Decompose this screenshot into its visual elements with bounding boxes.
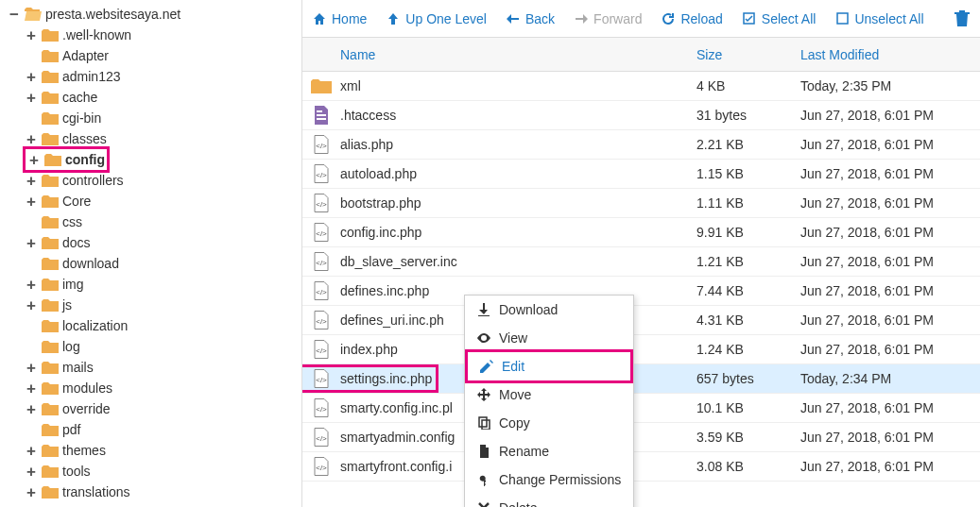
tree-item-tools[interactable]: +tools [17, 461, 301, 482]
tree-item-docs[interactable]: +docs [17, 232, 301, 253]
reload-button[interactable]: Reload [661, 11, 722, 26]
svg-text:</>: </> [316, 376, 327, 384]
file-modified: Today, 2:34 PM [800, 371, 980, 386]
folder-open-icon [25, 8, 42, 21]
tree-item-log[interactable]: +log [17, 336, 301, 357]
ctx-rename[interactable]: Rename [465, 437, 633, 465]
tree-item-js[interactable]: +js [17, 295, 301, 315]
file-table-header: Name Size Last Modified [302, 38, 980, 72]
select-all-button[interactable]: Select All [742, 11, 817, 26]
context-menu[interactable]: DownloadViewEditMoveCopyRenameChange Per… [464, 295, 634, 507]
tree-item-override[interactable]: +override [17, 398, 301, 419]
tree-item-Adapter[interactable]: +Adapter [17, 45, 301, 66]
tree-item-mails[interactable]: +mails [17, 357, 301, 378]
ctx-download[interactable]: Download [465, 296, 633, 324]
tree-root[interactable]: − presta.websitesaya.net [0, 4, 301, 25]
file-row[interactable]: </>defines_uri.inc.ph4.31 KBJun 27, 2018… [302, 306, 980, 335]
ctx-delete[interactable]: Delete [465, 494, 633, 507]
expand-icon[interactable]: + [25, 298, 38, 312]
expand-icon[interactable]: + [25, 194, 38, 208]
tree-item-Core[interactable]: +Core [17, 191, 301, 211]
file-size: 3.59 KB [696, 430, 800, 445]
expand-icon[interactable]: + [25, 485, 38, 499]
ctx-label: Move [499, 387, 531, 402]
file-row[interactable]: </>config.inc.php9.91 KBJun 27, 2018, 6:… [302, 218, 980, 247]
tree-item-admin123[interactable]: +admin123 [17, 66, 301, 87]
tree-item-themes[interactable]: +themes [17, 440, 301, 461]
expand-icon[interactable]: + [25, 465, 38, 478]
header-modified[interactable]: Last Modified [800, 47, 980, 62]
up-button[interactable]: Up One Level [386, 11, 487, 26]
ctx-perm[interactable]: Change Permissions [465, 465, 633, 494]
expand-icon[interactable]: + [25, 70, 38, 83]
file-row[interactable]: </>db_slave_server.inc1.21 KBJun 27, 201… [302, 247, 980, 277]
expand-icon[interactable]: + [25, 402, 38, 415]
tree-item-label: themes [62, 443, 106, 458]
tree-item-config[interactable]: +config [17, 149, 301, 170]
file-size: 4.31 KB [696, 313, 800, 328]
header-name[interactable]: Name [302, 47, 696, 62]
tree-item-css[interactable]: +css [17, 211, 301, 232]
tree-item-cgibin[interactable]: +cgi-bin [17, 108, 301, 128]
ctx-copy[interactable]: Copy [465, 409, 633, 437]
expand-icon[interactable]: + [25, 444, 38, 457]
folder-icon [42, 340, 59, 353]
tree-item-download[interactable]: +download [17, 253, 301, 274]
file-icon: </> [302, 311, 340, 330]
folder-icon [42, 49, 59, 62]
expand-icon[interactable]: + [27, 153, 41, 166]
back-button[interactable]: Back [506, 11, 555, 26]
expand-icon[interactable]: + [25, 381, 38, 395]
file-row[interactable]: </>smartyfront.config.i3.08 KBJun 27, 20… [302, 452, 980, 482]
folder-tree[interactable]: − presta.websitesaya.net +.well-known+Ad… [0, 0, 302, 507]
download-icon [476, 303, 491, 316]
home-button[interactable]: Home [312, 11, 367, 26]
expand-icon[interactable]: + [25, 91, 38, 104]
file-row[interactable]: </>index.php1.24 KBJun 27, 2018, 6:01 PM [302, 335, 980, 364]
tree-item-wellknown[interactable]: +.well-known [17, 25, 301, 45]
header-size[interactable]: Size [696, 47, 800, 62]
file-row[interactable]: </>bootstrap.php1.11 KBJun 27, 2018, 6:0… [302, 189, 980, 218]
file-row[interactable]: </>smartyadmin.config3.59 KBJun 27, 2018… [302, 423, 980, 452]
file-row[interactable]: </>autoload.php1.15 KBJun 27, 2018, 6:01… [302, 160, 980, 189]
expand-icon[interactable]: + [25, 174, 38, 187]
expand-icon[interactable]: + [25, 236, 38, 249]
home-label: Home [332, 11, 367, 26]
tree-item-img[interactable]: +img [17, 274, 301, 295]
file-row[interactable]: </>alias.php2.21 KBJun 27, 2018, 6:01 PM [302, 130, 980, 160]
ctx-label: Delete [499, 500, 537, 507]
tree-item-pdf[interactable]: +pdf [17, 419, 301, 440]
perm-icon [476, 473, 491, 486]
main-panel: Home Up One Level Back Forward Reload Se… [302, 0, 980, 507]
expand-icon[interactable]: + [25, 28, 38, 42]
tree-item-label: localization [62, 318, 128, 333]
file-row[interactable]: .htaccess31 bytesJun 27, 2018, 6:01 PM [302, 101, 980, 130]
expand-icon[interactable]: + [25, 132, 38, 145]
tree-item-label: classes [62, 131, 107, 146]
file-modified: Today, 2:35 PM [800, 78, 980, 93]
file-row[interactable]: </>defines.inc.php7.44 KBJun 27, 2018, 6… [302, 277, 980, 306]
tree-item-controllers[interactable]: +controllers [17, 170, 301, 191]
expand-icon[interactable]: + [25, 361, 38, 374]
expand-icon[interactable]: + [25, 278, 38, 291]
trash-button[interactable] [954, 10, 971, 27]
tree-item-modules[interactable]: +modules [17, 378, 301, 398]
select-all-label: Select All [762, 11, 817, 26]
tree-item-translations[interactable]: +translations [17, 482, 301, 502]
file-list[interactable]: xml4 KBToday, 2:35 PM.htaccess31 bytesJu… [302, 72, 980, 507]
ctx-view[interactable]: View [465, 324, 633, 352]
delete-icon [476, 502, 491, 507]
file-row[interactable]: </>smarty.config.inc.pl10.1 KBJun 27, 20… [302, 394, 980, 423]
ctx-edit[interactable]: Edit [465, 349, 633, 383]
file-row[interactable]: xml4 KBToday, 2:35 PM [302, 72, 980, 101]
file-row[interactable]: </>settings.inc.php657 bytesToday, 2:34 … [302, 364, 980, 394]
svg-text:</>: </> [316, 464, 327, 472]
tree-item-cache[interactable]: +cache [17, 87, 301, 108]
unselect-all-button[interactable]: Unselect All [834, 11, 923, 26]
svg-text:</>: </> [316, 317, 327, 326]
tree-item-label: log [62, 339, 80, 354]
folder-icon [42, 298, 59, 312]
collapse-icon[interactable]: − [8, 8, 21, 21]
tree-item-localization[interactable]: +localization [17, 315, 301, 336]
ctx-move[interactable]: Move [465, 380, 633, 409]
